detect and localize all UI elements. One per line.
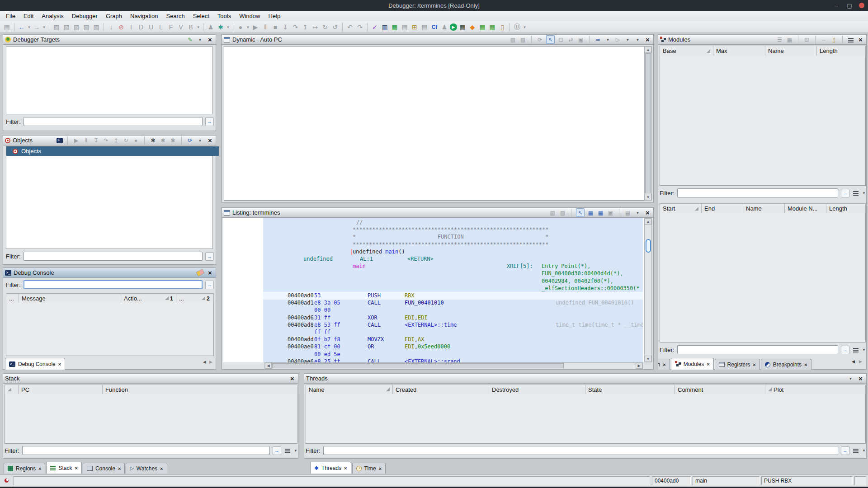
sections-table-body[interactable] bbox=[660, 213, 866, 343]
listing-line[interactable]: 00400ad1e8 3a 05CALLFUN_00401010undefine… bbox=[263, 299, 643, 307]
close-panel-icon[interactable] bbox=[644, 209, 651, 216]
refresh-icon[interactable]: ⟳ bbox=[536, 36, 544, 43]
caret-icon[interactable]: ▾ bbox=[246, 23, 250, 32]
tab-time[interactable]: Time× bbox=[352, 463, 386, 474]
close-panel-icon[interactable] bbox=[206, 36, 214, 43]
byte-viewer-icon[interactable]: ▥ bbox=[380, 23, 389, 32]
listing-line[interactable]: _elfSectionHeaders::00000350(* bbox=[263, 285, 643, 292]
interrupt-icon[interactable]: ‖ bbox=[261, 23, 270, 32]
column-header-actions[interactable]: Actio...1 bbox=[121, 294, 176, 303]
loop-icon[interactable]: ↻ bbox=[122, 136, 130, 144]
tab-scroll-right-icon[interactable]: ▶ bbox=[859, 359, 862, 364]
column-header-destroyed[interactable]: Destroyed bbox=[489, 385, 585, 394]
close-panel-icon[interactable] bbox=[857, 36, 864, 43]
copy-icon[interactable]: ▧ bbox=[519, 36, 527, 43]
format-menu-icon[interactable] bbox=[634, 209, 642, 216]
listing-line[interactable]: * FUNCTION * bbox=[263, 233, 643, 241]
format-icon[interactable]: ▤ bbox=[624, 209, 632, 216]
launch-debug-icon[interactable]: ✱ bbox=[216, 23, 225, 32]
memory-map-icon[interactable]: ▦ bbox=[390, 23, 399, 32]
record-icon[interactable]: ● bbox=[236, 23, 245, 32]
pull-down-icon[interactable]: ↓ bbox=[107, 23, 116, 32]
tab-close-icon[interactable]: × bbox=[118, 466, 121, 471]
close-panel-icon[interactable] bbox=[288, 375, 296, 382]
dynamic-listing-view[interactable] bbox=[224, 46, 644, 201]
step-over-icon[interactable]: ↷ bbox=[102, 136, 110, 144]
label-V-icon[interactable]: V bbox=[176, 23, 185, 32]
step-out-icon[interactable]: ↥ bbox=[301, 23, 310, 32]
column-header-plot[interactable]: Plot bbox=[765, 385, 863, 394]
import-module-icon[interactable]: ▯ bbox=[830, 36, 838, 43]
listing-line[interactable]: ff ff bbox=[263, 328, 643, 336]
listing-line[interactable]: 00 ed 5e bbox=[263, 351, 643, 358]
console-table-body[interactable] bbox=[6, 303, 214, 356]
dynamic-vscrollbar[interactable]: ▲ ▼ bbox=[644, 46, 652, 201]
tab-regions[interactable]: Regions× bbox=[4, 463, 45, 474]
close-button[interactable] bbox=[859, 3, 864, 8]
tab-close-icon[interactable]: × bbox=[663, 362, 665, 367]
column-header-marker[interactable] bbox=[5, 385, 19, 394]
folder-nav-icon[interactable]: ⊞ bbox=[410, 23, 419, 32]
listing-line[interactable]: FUN_00400d30:00400d4d(*), bbox=[263, 270, 643, 277]
objects-tree[interactable] bbox=[6, 146, 213, 249]
filter-menu-icon[interactable] bbox=[862, 189, 866, 197]
compare-icon[interactable]: ⇄ bbox=[567, 36, 575, 43]
scroll-up-icon[interactable]: ▲ bbox=[645, 47, 651, 53]
clone-icon[interactable]: ▧ bbox=[549, 209, 557, 216]
refresh-icon[interactable]: ⟳ bbox=[186, 136, 194, 144]
menu-help[interactable]: Help bbox=[264, 12, 284, 20]
console-filter-input[interactable] bbox=[24, 280, 203, 289]
map-identically-icon[interactable]: ⇔ bbox=[820, 36, 828, 43]
panel-menu-icon[interactable] bbox=[196, 36, 204, 43]
caret-icon[interactable]: ▾ bbox=[226, 23, 230, 32]
menu-graph[interactable]: Graph bbox=[102, 12, 126, 20]
panel-menu-icon[interactable] bbox=[847, 375, 854, 382]
scroll-right-icon[interactable]: ▶ bbox=[636, 363, 642, 369]
menu-file[interactable]: File bbox=[2, 12, 19, 20]
scroll-down-icon[interactable]: ▼ bbox=[645, 194, 651, 200]
targets-table[interactable] bbox=[6, 47, 213, 114]
tab-close-icon[interactable]: × bbox=[344, 465, 347, 471]
tab-main[interactable]: in× bbox=[658, 359, 670, 370]
tab-scroll-left-icon[interactable]: ◀ bbox=[852, 359, 855, 364]
modules-table-body[interactable] bbox=[660, 56, 866, 186]
step-last-icon[interactable]: ↦ bbox=[311, 23, 320, 32]
panel-menu-icon[interactable] bbox=[196, 136, 204, 144]
column-header-module[interactable]: Module N... bbox=[785, 204, 826, 213]
threads-filter-input[interactable] bbox=[323, 446, 839, 455]
tab-scroll-left-icon[interactable]: ◀ bbox=[203, 360, 206, 364]
targets-filter-input[interactable] bbox=[24, 117, 203, 126]
listing-line[interactable]: undefinedAL:1<RETURN> bbox=[263, 255, 643, 263]
label-B-icon[interactable]: B bbox=[186, 23, 195, 32]
copy-special-1-icon[interactable]: ▧ bbox=[52, 23, 61, 32]
column-header-level[interactable]: ... bbox=[6, 294, 19, 303]
copy-special-2-icon[interactable]: ▧ bbox=[62, 23, 71, 32]
sections-filter-input[interactable] bbox=[677, 345, 839, 354]
column-header-end[interactable]: End bbox=[702, 204, 743, 213]
filter-options-icon[interactable]: → bbox=[273, 446, 281, 455]
menu-select[interactable]: Select bbox=[189, 12, 213, 20]
function-compare-icon[interactable]: Cf bbox=[430, 23, 439, 32]
column-header-length[interactable]: Length bbox=[817, 46, 864, 56]
tab-scroll-right-icon[interactable]: ▶ bbox=[209, 360, 212, 364]
skip-out-icon[interactable]: ↺ bbox=[330, 23, 340, 32]
diff-view-icon[interactable]: ▦ bbox=[597, 209, 604, 216]
listing-line[interactable]: 00400ae081 cf 00OREDI,0x5eed0000 bbox=[263, 343, 643, 351]
caret-icon[interactable]: ▾ bbox=[27, 23, 31, 32]
filter-sliders-icon[interactable] bbox=[284, 447, 291, 454]
menu-tools[interactable]: Tools bbox=[213, 12, 235, 20]
copy-special-5-icon[interactable]: ▧ bbox=[92, 23, 101, 32]
nav-back-icon[interactable]: ← bbox=[17, 23, 26, 32]
bug-dark-icon[interactable]: ✱ bbox=[149, 136, 157, 144]
column-header-created[interactable]: Created bbox=[393, 385, 489, 394]
tab-close-icon[interactable]: × bbox=[58, 361, 61, 367]
filter-options-icon[interactable]: → bbox=[841, 446, 849, 455]
caret-icon[interactable]: ▾ bbox=[523, 23, 527, 32]
listing-line[interactable]: undefined main() bbox=[263, 248, 643, 256]
clear-console-icon[interactable] bbox=[196, 269, 204, 277]
track-pc-icon[interactable]: ⊡ bbox=[557, 36, 565, 43]
bug-gray-icon[interactable]: ✱ bbox=[159, 136, 167, 144]
column-header-pc[interactable]: PC bbox=[19, 385, 103, 394]
copy-icon[interactable]: ▧ bbox=[559, 209, 566, 216]
label-U-icon[interactable]: U bbox=[146, 23, 156, 32]
